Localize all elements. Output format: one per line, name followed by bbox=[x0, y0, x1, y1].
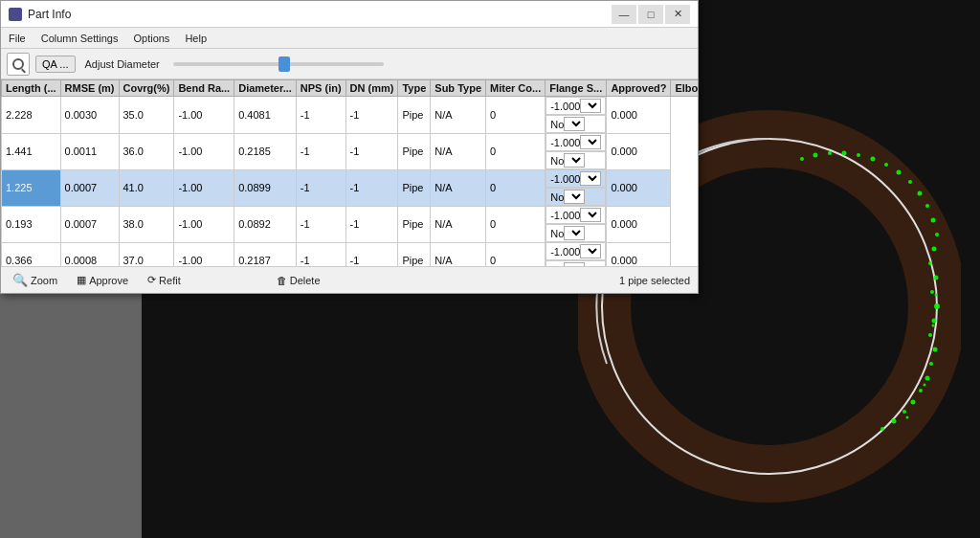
approved-select[interactable]: ▾ bbox=[564, 226, 585, 240]
table-cell: N/A bbox=[431, 97, 486, 134]
status-bar: 🔍 Zoom ▦ Approve ⟳ Refit 🗑 Delete 1 pipe… bbox=[1, 266, 698, 293]
svg-point-22 bbox=[918, 191, 923, 196]
table-cell: 1.441 bbox=[2, 133, 61, 169]
col-rmse[interactable]: RMSE (m) bbox=[60, 80, 119, 97]
maximize-button[interactable]: □ bbox=[638, 5, 663, 24]
flange-select[interactable]: ▾ bbox=[580, 135, 601, 149]
menu-help[interactable]: Help bbox=[177, 31, 214, 46]
table-header-row: Length (... RMSE (m) Covrg(%) Bend Ra...… bbox=[2, 80, 699, 97]
col-miter[interactable]: Miter Co... bbox=[486, 80, 546, 97]
delete-icon: 🗑 bbox=[277, 275, 287, 286]
table-row[interactable]: 2.2280.003035.0-1.000.4081-1-1PipeN/A0-1… bbox=[2, 97, 699, 134]
left-panel bbox=[0, 278, 142, 538]
flange-cell[interactable]: -1.000▾ bbox=[546, 133, 606, 151]
svg-point-4 bbox=[932, 247, 937, 252]
data-table-container[interactable]: Length (... RMSE (m) Covrg(%) Bend Ra...… bbox=[1, 79, 698, 266]
refit-button[interactable]: ⟳ Refit bbox=[144, 273, 185, 287]
status-actions: 🔍 Zoom ▦ Approve ⟳ Refit 🗑 Delete bbox=[9, 272, 324, 288]
minimize-button[interactable]: — bbox=[612, 5, 636, 24]
approved-cell[interactable]: No▾ bbox=[546, 224, 606, 242]
table-cell: 0.0011 bbox=[60, 133, 119, 169]
table-row[interactable]: 0.3660.000837.0-1.000.2187-1-1PipeN/A0-1… bbox=[2, 242, 699, 266]
table-cell: 0.0892 bbox=[234, 206, 297, 242]
table-cell: 0 bbox=[486, 206, 546, 242]
search-button[interactable] bbox=[7, 53, 30, 76]
menu-column-settings[interactable]: Column Settings bbox=[33, 31, 126, 46]
svg-point-12 bbox=[929, 362, 933, 366]
table-cell: 0 bbox=[486, 133, 546, 169]
table-row[interactable]: 1.2250.000741.0-1.000.0899-1-1PipeN/A0-1… bbox=[2, 169, 699, 206]
flange-select[interactable]: ▾ bbox=[580, 208, 601, 222]
svg-point-6 bbox=[934, 276, 939, 280]
diameter-slider-track[interactable] bbox=[173, 62, 384, 66]
table-cell: 37.0 bbox=[119, 242, 174, 266]
table-cell: N/A bbox=[431, 133, 486, 169]
approved-cell[interactable]: No▾ bbox=[546, 115, 606, 133]
col-sub-type[interactable]: Sub Type bbox=[431, 80, 486, 97]
svg-point-14 bbox=[919, 389, 923, 392]
svg-point-18 bbox=[880, 427, 884, 431]
qa-button[interactable]: QA ... bbox=[35, 56, 76, 73]
table-body: 2.2280.003035.0-1.000.4081-1-1PipeN/A0-1… bbox=[2, 97, 699, 267]
col-dn[interactable]: DN (mm) bbox=[345, 80, 398, 97]
col-bend-ra[interactable]: Bend Ra... bbox=[174, 80, 234, 97]
table-cell: 0.0008 bbox=[60, 242, 119, 266]
close-button[interactable]: ✕ bbox=[665, 5, 690, 24]
menu-options[interactable]: Options bbox=[125, 31, 177, 46]
col-approved[interactable]: Approved? bbox=[607, 80, 671, 97]
flange-cell[interactable]: -1.000▾ bbox=[546, 169, 606, 188]
col-flange[interactable]: Flange S... bbox=[546, 80, 607, 97]
flange-cell[interactable]: -1.000▾ bbox=[546, 97, 606, 115]
approved-select[interactable]: ▾ bbox=[564, 117, 585, 131]
col-covrg[interactable]: Covrg(%) bbox=[119, 80, 174, 97]
svg-point-26 bbox=[871, 157, 876, 162]
zoom-button[interactable]: 🔍 Zoom bbox=[9, 272, 61, 288]
approved-select[interactable]: ▾ bbox=[564, 262, 585, 266]
table-cell: -1 bbox=[296, 133, 345, 169]
table-cell: 0 bbox=[486, 242, 546, 266]
approved-select[interactable]: ▾ bbox=[564, 190, 585, 204]
elbow-cell: 0.000 bbox=[607, 133, 671, 169]
flange-select[interactable]: ▾ bbox=[580, 99, 601, 113]
col-diameter[interactable]: Diameter... bbox=[234, 80, 297, 97]
refit-icon: ⟳ bbox=[147, 274, 156, 286]
table-cell: -1 bbox=[296, 206, 345, 242]
diameter-slider-thumb[interactable] bbox=[278, 56, 290, 72]
table-cell: 0.366 bbox=[2, 242, 61, 266]
svg-point-33 bbox=[932, 325, 935, 327]
table-cell: Pipe bbox=[398, 206, 431, 242]
table-cell: 2.228 bbox=[2, 97, 61, 134]
svg-point-34 bbox=[924, 384, 926, 387]
col-type[interactable]: Type bbox=[398, 80, 431, 97]
title-controls: — □ ✕ bbox=[612, 5, 690, 24]
menu-file[interactable]: File bbox=[1, 31, 33, 46]
table-cell: -1 bbox=[296, 242, 345, 266]
table-cell: -1.00 bbox=[174, 133, 234, 169]
svg-point-7 bbox=[930, 290, 934, 294]
svg-point-30 bbox=[813, 153, 818, 158]
col-elbow[interactable]: Elbow A... bbox=[671, 80, 698, 97]
flange-cell[interactable]: -1.000▾ bbox=[546, 206, 606, 224]
elbow-cell: 0.000 bbox=[607, 169, 671, 206]
table-cell: -1 bbox=[296, 97, 345, 134]
approved-cell[interactable]: No▾ bbox=[546, 151, 606, 169]
table-cell: -1.00 bbox=[174, 97, 234, 134]
col-length[interactable]: Length (... bbox=[2, 80, 61, 97]
approve-label: Approve bbox=[89, 275, 128, 286]
table-row[interactable]: 1.4410.001136.0-1.000.2185-1-1PipeN/A0-1… bbox=[2, 133, 699, 169]
approved-select[interactable]: ▾ bbox=[564, 153, 585, 168]
data-table: Length (... RMSE (m) Covrg(%) Bend Ra...… bbox=[1, 79, 698, 266]
menu-bar: File Column Settings Options Help bbox=[1, 28, 698, 49]
col-nps[interactable]: NPS (in) bbox=[296, 80, 345, 97]
approved-cell[interactable]: No▾ bbox=[546, 188, 606, 206]
table-cell: N/A bbox=[431, 242, 486, 266]
delete-label: Delete bbox=[290, 275, 321, 286]
table-row[interactable]: 0.1930.000738.0-1.000.0892-1-1PipeN/A0-1… bbox=[2, 206, 699, 242]
delete-button[interactable]: 🗑 Delete bbox=[273, 274, 324, 287]
flange-select[interactable]: ▾ bbox=[580, 171, 601, 186]
svg-point-24 bbox=[897, 170, 902, 175]
approve-button[interactable]: ▦ Approve bbox=[73, 273, 132, 287]
flange-cell[interactable]: -1.000▾ bbox=[546, 242, 606, 260]
table-cell: N/A bbox=[431, 169, 486, 206]
flange-select[interactable]: ▾ bbox=[580, 244, 601, 258]
